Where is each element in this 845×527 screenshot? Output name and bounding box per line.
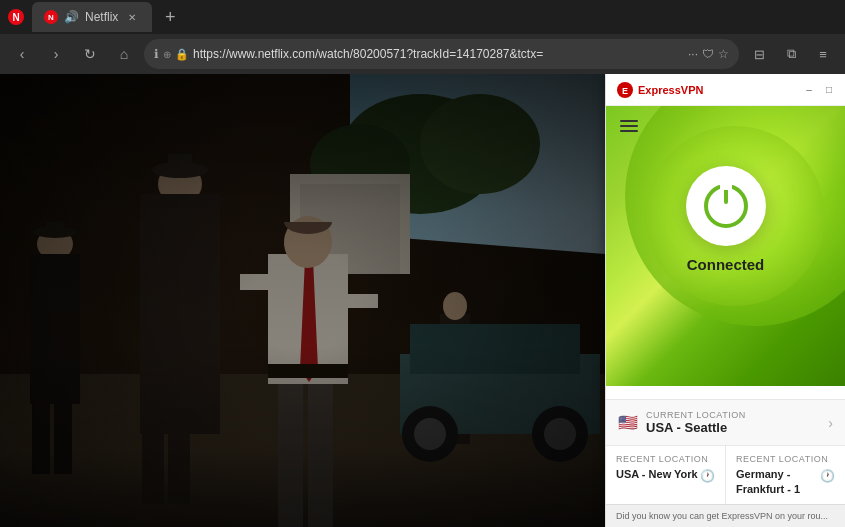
vpn-recent-locations-row: Recent Location USA - New York 🕐 Recent … [606,445,845,504]
tab-title: Netflix [85,10,118,24]
url-text: https://www.netflix.com/watch/80200571?t… [193,47,684,61]
home-button[interactable]: ⌂ [110,40,138,68]
tab-overview-button[interactable]: ⧉ [777,40,805,68]
info-icon: ℹ [154,47,159,61]
vpn-current-location[interactable]: 🇺🇸 Current Location USA - Seattle › [606,399,845,445]
hamburger-line-1 [620,120,638,122]
vpn-titlebar: E ExpressVPN – □ [606,74,845,106]
vpn-recent-location-2[interactable]: Recent Location Germany - Frankfurt - 1 … [726,446,845,504]
vpn-content: Connected 🇺🇸 Current Location USA - Seat… [606,106,845,527]
tab-close-button[interactable]: ✕ [124,9,140,25]
expressvpn-logo-icon: E [616,81,634,99]
vpn-panel: E ExpressVPN – □ [605,74,845,527]
vpn-recent-location-1[interactable]: Recent Location USA - New York 🕐 [606,446,726,504]
address-bar-row: ‹ › ↻ ⌂ ℹ ⊕ 🔒 https://www.netflix.com/wa… [0,34,845,74]
browser-menu-button[interactable]: ≡ [809,40,837,68]
vpn-logo: E ExpressVPN [616,81,703,99]
new-tab-button[interactable]: + [156,3,184,31]
recent-2-label: Recent Location [736,454,835,464]
main-content: E ExpressVPN – □ [0,74,845,527]
recent-2-name: Germany - Frankfurt - 1 [736,467,820,496]
current-location-name: USA - Seattle [646,420,820,435]
current-location-label: Current Location [646,410,820,420]
shield-icon[interactable]: 🛡 [702,47,714,61]
vpn-tip-text: Did you know you can get ExpressVPN on y… [616,511,828,521]
refresh-button[interactable]: ↻ [76,40,104,68]
current-location-info: Current Location USA - Seattle [646,410,820,435]
recent-1-label: Recent Location [616,454,715,464]
svg-text:E: E [622,86,628,96]
vpn-window-controls: – □ [803,84,835,96]
speaker-icon: 🔊 [64,10,79,24]
vpn-menu-button[interactable] [616,116,642,136]
address-action-icons: ··· 🛡 ☆ [688,47,729,61]
browser-tab[interactable]: N 🔊 Netflix ✕ [32,2,152,32]
vpn-logo-text: ExpressVPN [638,84,703,96]
recent-2-inner: Germany - Frankfurt - 1 🕐 [736,467,835,496]
power-icon [704,184,748,228]
location-arrow-icon: › [828,415,833,431]
browser-chrome: N N 🔊 Netflix ✕ + ‹ › ↻ ⌂ ℹ ⊕ 🔒 https://… [0,0,845,74]
browser-actions: ⊟ ⧉ ≡ [745,40,837,68]
recent-1-name: USA - New York [616,467,698,481]
clock-icon-2: 🕐 [820,469,835,483]
vpn-power-container: Connected [686,166,766,273]
back-button[interactable]: ‹ [8,40,36,68]
vpn-power-button[interactable] [686,166,766,246]
browser-icon: N [8,9,24,25]
vpn-minimize-button[interactable]: – [803,84,815,96]
tab-bar: N N 🔊 Netflix ✕ + [0,0,845,34]
current-location-flag: 🇺🇸 [618,413,638,432]
hamburger-line-2 [620,125,638,127]
vpn-locations-section: 🇺🇸 Current Location USA - Seattle › Rece… [606,399,845,527]
more-icon[interactable]: ··· [688,47,698,61]
lock-icon: 🔒 [175,48,189,61]
power-icon-notch [720,182,732,190]
address-bar[interactable]: ℹ ⊕ 🔒 https://www.netflix.com/watch/8020… [144,39,739,69]
bookmark-icon[interactable]: ☆ [718,47,729,61]
vpn-maximize-button[interactable]: □ [823,84,835,96]
clock-icon-1: 🕐 [700,469,715,483]
recent-1-inner: USA - New York 🕐 [616,467,715,483]
forward-button[interactable]: › [42,40,70,68]
vpn-status-label: Connected [687,256,765,273]
tab-favicon: N [44,10,58,24]
hamburger-line-3 [620,130,638,132]
vpn-indicator-icon: ⊕ [163,49,171,60]
library-button[interactable]: ⊟ [745,40,773,68]
film-scene-canvas [0,74,605,527]
vpn-tip-bar: Did you know you can get ExpressVPN on y… [606,504,845,527]
